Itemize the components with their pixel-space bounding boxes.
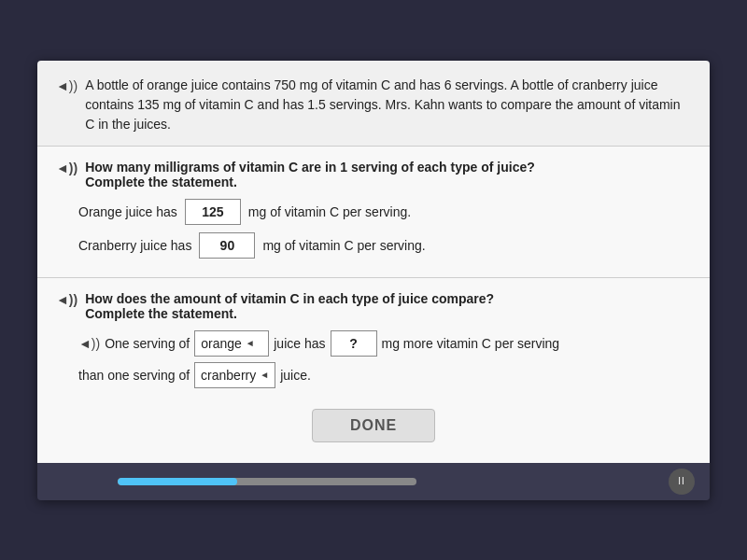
dropdown2-value: cranberry bbox=[201, 368, 256, 383]
dropdown1-value: orange bbox=[201, 336, 242, 351]
juice-type-dropdown1[interactable]: orange ◄ bbox=[194, 330, 269, 357]
q1-header: How many milligrams of vitamin C are in … bbox=[85, 160, 535, 175]
cranberry-value-input[interactable] bbox=[199, 232, 255, 259]
mg-difference-input[interactable]: ? bbox=[331, 330, 377, 357]
input-value: ? bbox=[349, 336, 358, 351]
q2-line2: than one serving of cranberry ◄ juice. bbox=[56, 362, 691, 388]
line2-suffix: juice. bbox=[280, 368, 311, 383]
pause-button[interactable]: II bbox=[669, 469, 695, 495]
screen: ◄)) A bottle of orange juice contains 75… bbox=[0, 0, 747, 560]
speaker-icon-intro[interactable]: ◄)) bbox=[56, 77, 78, 96]
q1-subheader: Complete the statement. bbox=[85, 175, 237, 189]
q2-subheader: Complete the statement. bbox=[85, 306, 237, 321]
juice-type-dropdown2[interactable]: cranberry ◄ bbox=[194, 362, 275, 388]
orange-value-input[interactable] bbox=[185, 199, 241, 225]
orange-juice-row: Orange juice has mg of vitamin C per ser… bbox=[56, 199, 691, 225]
progress-bar bbox=[118, 478, 416, 485]
progress-bar-fill bbox=[118, 478, 237, 485]
line1-middle: juice has bbox=[274, 336, 325, 351]
orange-suffix: mg of vitamin C per serving. bbox=[248, 204, 411, 219]
intro-section: ◄)) A bottle of orange juice contains 75… bbox=[37, 61, 710, 147]
cranberry-label: Cranberry juice has bbox=[78, 238, 191, 253]
question2-section: ◄)) How does the amount of vitamin C in … bbox=[37, 278, 710, 463]
intro-text: A bottle of orange juice contains 750 mg… bbox=[85, 76, 691, 134]
line1-prefix: One serving of bbox=[105, 336, 190, 351]
done-button[interactable]: DONE bbox=[312, 409, 435, 442]
orange-label: Orange juice has bbox=[78, 204, 177, 219]
line1-suffix: mg more vitamin C per serving bbox=[382, 336, 560, 351]
speaker-icon-q2[interactable]: ◄)) bbox=[56, 292, 78, 307]
question1-section: ◄)) How many milligrams of vitamin C are… bbox=[37, 147, 710, 278]
pause-icon: II bbox=[678, 476, 685, 486]
q2-header: How does the amount of vitamin C in each… bbox=[85, 291, 494, 306]
dropdown2-arrow: ◄ bbox=[260, 370, 269, 380]
done-row: DONE bbox=[56, 394, 691, 452]
speaker-icon-q1[interactable]: ◄)) bbox=[56, 161, 78, 175]
dropdown1-arrow: ◄ bbox=[246, 338, 255, 348]
q2-line1: ◄)) One serving of orange ◄ juice has ? … bbox=[56, 330, 691, 357]
speaker-icon-q2-line[interactable]: ◄)) bbox=[78, 336, 100, 351]
cranberry-juice-row: Cranberry juice has mg of vitamin C per … bbox=[56, 232, 691, 259]
cranberry-suffix: mg of vitamin C per serving. bbox=[262, 238, 425, 253]
line2-prefix: than one serving of bbox=[78, 368, 190, 383]
